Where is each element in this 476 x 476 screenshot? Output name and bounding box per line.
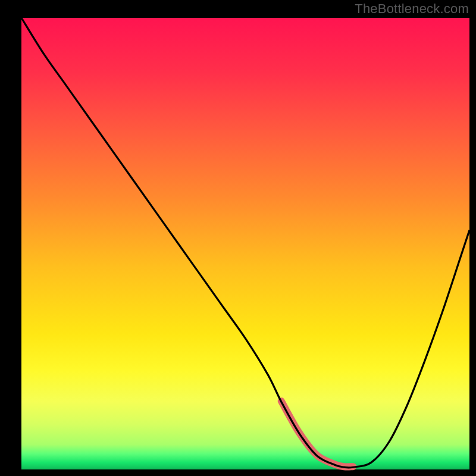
app-frame: TheBottleneck.com xyxy=(0,0,476,476)
bottleneck-chart xyxy=(0,0,476,476)
chart-gradient-background xyxy=(21,18,469,469)
